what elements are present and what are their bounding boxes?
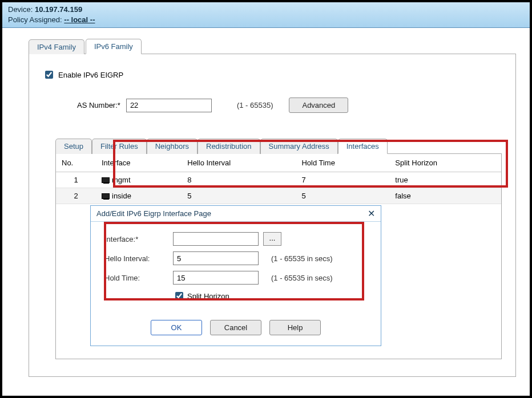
- nic-icon: [102, 177, 110, 183]
- hello-interval-label: Hello Interval:: [104, 254, 173, 263]
- interfaces-table: No. Interface Hello Interval Hold Time S…: [56, 154, 501, 204]
- tab-ipv6[interactable]: IPv6 Family: [86, 39, 142, 54]
- td-no: 2: [56, 188, 96, 204]
- device-label: Device:: [8, 5, 33, 14]
- th-hello: Hello Interval: [182, 154, 296, 172]
- tab-redistribution[interactable]: Redistribution: [198, 139, 260, 154]
- tab-interfaces[interactable]: Interfaces: [338, 139, 388, 154]
- as-range: (1 - 65535): [237, 101, 273, 109]
- interface-name: inside: [112, 192, 131, 200]
- th-no: No.: [56, 154, 96, 172]
- interface-browse-button[interactable]: ...: [263, 232, 281, 246]
- td-split: false: [389, 188, 501, 204]
- interface-input[interactable]: [173, 232, 259, 246]
- close-icon[interactable]: ✕: [368, 210, 375, 218]
- nic-icon: [102, 193, 110, 199]
- advanced-button[interactable]: Advanced: [289, 98, 348, 113]
- as-number-label: AS Number:*: [77, 101, 120, 109]
- hold-time-input[interactable]: [173, 271, 259, 285]
- split-horizon-checkbox[interactable]: [175, 292, 183, 300]
- td-hello: 5: [182, 188, 296, 204]
- td-interface: mgmt: [96, 172, 182, 188]
- td-split: true: [389, 172, 501, 188]
- policy-value[interactable]: -- local --: [64, 15, 95, 24]
- dialog-title: Add/Edit IPv6 Eigrp Interface Page: [96, 209, 211, 218]
- hold-time-label: Hold Time:: [104, 274, 173, 282]
- hold-hint: (1 - 65535 in secs): [271, 274, 333, 282]
- as-number-input[interactable]: [126, 99, 212, 112]
- th-interface: Interface: [96, 154, 182, 172]
- table-row[interactable]: 2 inside 5 5 false: [56, 188, 501, 204]
- td-hello: 8: [182, 172, 296, 188]
- td-interface: inside: [96, 188, 182, 204]
- table-row[interactable]: 1 mgmt 8 7 true: [56, 172, 501, 188]
- ok-button[interactable]: OK: [151, 320, 202, 335]
- hello-hint: (1 - 65535 in secs): [271, 254, 333, 263]
- td-hold: 5: [296, 188, 389, 204]
- interface-name: mgmt: [112, 176, 131, 184]
- family-tabs: IPv4 Family IPv6 Family: [29, 38, 516, 54]
- td-no: 1: [56, 172, 96, 188]
- td-hold: 7: [296, 172, 389, 188]
- device-ip: 10.197.74.159: [35, 5, 82, 14]
- enable-ipv6-eigrp-checkbox[interactable]: [45, 71, 53, 79]
- eigrp-subtabs: Setup Filter Rules Neighbors Redistribut…: [55, 138, 502, 154]
- interface-label: Interface:*: [104, 235, 173, 243]
- tab-ipv4[interactable]: IPv4 Family: [29, 39, 84, 54]
- tab-filter-rules[interactable]: Filter Rules: [92, 139, 147, 154]
- tab-neighbors[interactable]: Neighbors: [147, 139, 198, 154]
- split-horizon-label: Split Horizon: [187, 292, 229, 300]
- policy-label: Policy Assigned:: [8, 15, 62, 24]
- hello-interval-input[interactable]: [173, 251, 259, 265]
- add-edit-interface-dialog: Add/Edit IPv6 Eigrp Interface Page ✕ Int…: [90, 205, 381, 346]
- tab-summary-address[interactable]: Summary Address: [260, 139, 338, 154]
- help-button[interactable]: Help: [269, 320, 321, 335]
- cancel-button[interactable]: Cancel: [210, 320, 261, 335]
- th-hold: Hold Time: [296, 154, 389, 172]
- enable-ipv6-eigrp-label: Enable IPv6 EIGRP: [58, 71, 123, 79]
- device-header: Device: 10.197.74.159 Policy Assigned: -…: [2, 2, 530, 28]
- tab-setup[interactable]: Setup: [55, 139, 92, 154]
- th-split: Split Horizon: [389, 154, 501, 172]
